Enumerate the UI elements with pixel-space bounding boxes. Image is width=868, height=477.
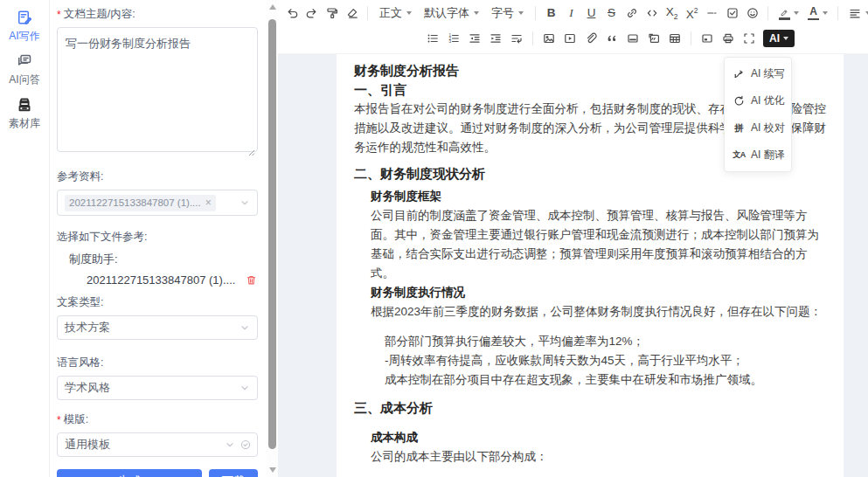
topic-textarea[interactable]: 写一份财务制度分析报告 [57,27,258,152]
ai-continue-icon [733,67,746,80]
trash-icon[interactable] [245,273,258,287]
ai-menu-button[interactable]: AI [763,30,795,47]
font-family-dropdown[interactable]: 默认字体 [418,5,485,21]
outdent-button[interactable] [464,28,485,49]
superscript-button[interactable]: X2 [682,3,702,24]
caret-down-icon [406,11,412,15]
outdent-icon [468,31,482,45]
language-style-label: 语言风格: [57,356,258,370]
caret-down-icon [783,37,788,40]
ordered-list-button[interactable]: 123 [443,28,464,49]
toolbar-divider [367,6,368,20]
scroll-down-icon[interactable] [269,467,276,473]
doc-paragraph: 公司的成本主要由以下部分构成： [371,447,826,467]
align-dropdown[interactable] [844,6,868,20]
code-icon [645,6,659,20]
font-family-value: 默认字体 [424,5,469,21]
template-value: 通用模板 [65,437,110,453]
fullscreen-button[interactable] [739,28,760,49]
redo-icon [305,6,319,20]
image-icon [542,31,556,45]
code-block-icon [647,31,661,45]
caret-down-icon [518,11,524,15]
paragraph-style-dropdown[interactable]: 正文 [373,5,418,21]
download-button[interactable]: 下载 [209,469,258,477]
underline-button[interactable]: U [581,3,601,24]
form-actions: 生成 下载 [57,469,258,477]
doc-subheading: 成本构成 [371,428,826,447]
divider-block-button[interactable] [622,28,643,49]
redo-button[interactable] [302,3,322,24]
print-button[interactable] [718,28,739,49]
menu-item-ai-proofread[interactable]: 拼 AI 校对 [725,114,791,142]
tag-close-icon[interactable]: × [205,197,212,209]
emoji-icon [746,6,760,20]
topic-input-wrap: 写一份财务制度分析报告 [57,27,258,156]
align-icon [848,6,862,20]
nav-item-ai-qa[interactable]: AI问答 [0,52,49,87]
insert-table-button[interactable] [664,28,685,49]
ai-dropdown-menu: AI 续写 AI 优化 拼 AI 校对 文A AI 翻译 [724,57,792,172]
language-style-value: 学术风格 [65,380,110,396]
inline-code-button[interactable] [642,3,662,24]
emoji-button[interactable] [742,3,762,24]
blockquote-button[interactable] [601,28,622,49]
italic-button[interactable]: I [561,3,581,24]
strikethrough-icon: S [608,7,615,19]
doc-paragraph: 公司目前的制度涵盖了资金管理、成本控制、预算管理、核算与报告、风险管理等方面。其… [371,206,826,283]
subscript-button[interactable]: X2 [662,3,682,24]
language-style-select[interactable]: 学术风格 [57,376,258,400]
chat-bubbles-icon [16,52,33,70]
generate-button[interactable]: 生成 [57,469,202,477]
highlight-color-bar [779,17,790,20]
file-row: 2021122715133847807 (1).... [57,273,258,287]
bullet-list-button[interactable] [422,28,443,49]
indent-button[interactable] [485,28,506,49]
undo-button[interactable] [281,3,302,24]
menu-item-label: AI 续写 [751,66,785,81]
line-break-button[interactable] [506,28,527,49]
superscript-icon: X2 [686,7,698,20]
code-block-button[interactable] [643,28,664,49]
template-select[interactable]: 通用模板 [57,432,258,457]
template-label: * 模版: [57,412,258,427]
font-color-dropdown[interactable]: A [803,6,832,20]
bold-icon: B [547,7,556,19]
preview-button[interactable] [697,28,718,49]
scrollbar-thumb[interactable] [268,19,276,449]
format-painter-button[interactable] [322,3,342,24]
nav-item-ai-writing[interactable]: AI写作 [0,9,49,44]
document-pencil-icon [16,9,33,26]
insert-image-button[interactable] [538,28,559,49]
font-color-icon: A [808,6,819,20]
highlight-color-dropdown[interactable] [774,7,803,20]
file-name: 2021122715133847807 (1).... [87,273,235,287]
menu-item-ai-continue[interactable]: AI 续写 [725,60,791,87]
doc-list-line: 成本控制在部分项目中存在超支现象，主要集中在研发和市场推广领域。 [385,370,826,390]
font-size-dropdown[interactable]: 字号 [485,5,530,21]
highlight-pen-icon [778,7,790,20]
menu-item-ai-optimize[interactable]: AI 优化 [725,87,791,114]
nav-item-material-library[interactable]: 素材库 [0,96,49,131]
strikethrough-button[interactable]: S [601,3,621,24]
subscript-icon: X2 [666,6,678,20]
menu-item-ai-translate[interactable]: 文A AI 翻译 [725,142,791,169]
line-break-icon [510,31,524,45]
insert-video-button[interactable] [559,28,580,49]
resize-handle-icon[interactable] [248,144,255,151]
reference-tag-text: 2021122715133847807 (1).... [69,197,201,208]
link-button[interactable] [621,3,642,24]
toolbar-divider [535,6,536,20]
horizontal-rule-button[interactable] [702,3,722,24]
doc-type-select[interactable]: 技术方案 [57,315,258,340]
scroll-up-icon[interactable] [269,4,276,10]
divider-block-icon [626,31,640,45]
reference-select[interactable]: 2021122715133847807 (1).... × [57,190,258,216]
clear-format-button[interactable] [342,3,362,24]
paperclip-icon [584,31,598,45]
panel-scrollbar[interactable] [267,0,278,477]
svg-text:3: 3 [448,39,451,44]
bold-button[interactable]: B [541,3,561,24]
attachment-button[interactable] [580,28,601,49]
todo-list-button[interactable] [722,3,742,24]
